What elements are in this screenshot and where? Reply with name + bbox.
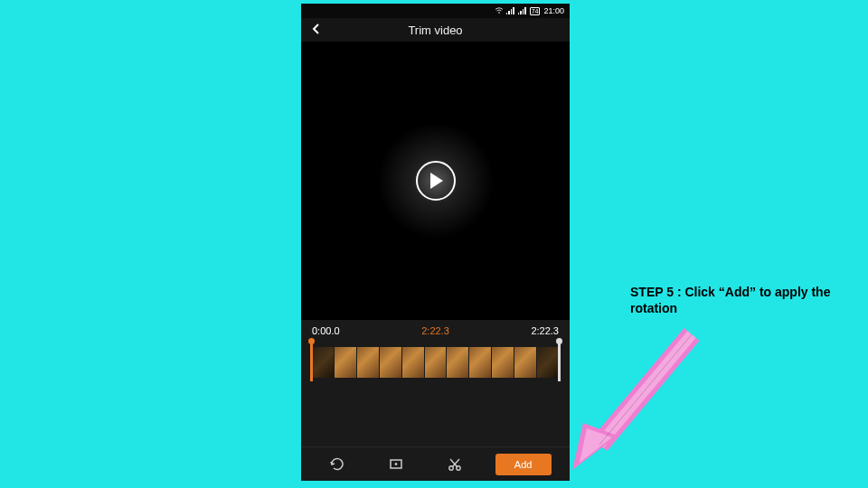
battery-icon: 74	[530, 7, 541, 15]
rotate-icon	[328, 455, 346, 474]
status-clock: 21:00	[543, 6, 564, 15]
trim-handle-end[interactable]	[558, 343, 561, 381]
timeline-thumb	[425, 347, 447, 378]
svg-marker-8	[580, 428, 612, 463]
wifi-icon	[495, 7, 504, 14]
timeline-thumb	[357, 347, 379, 378]
timeline-thumb	[492, 347, 514, 378]
signal-icon-2	[518, 7, 527, 14]
timeline[interactable]	[301, 342, 570, 399]
timeline-thumb	[537, 347, 559, 378]
time-start: 0:00.0	[312, 325, 340, 336]
signal-icon	[506, 7, 515, 14]
svg-line-5	[599, 334, 692, 445]
bottom-toolbar: Add	[301, 446, 570, 481]
time-end: 2:22.3	[531, 325, 559, 336]
timeline-thumb	[312, 347, 334, 378]
scissors-icon	[446, 455, 464, 474]
time-current: 2:22.3	[421, 325, 449, 336]
timeline-thumb	[335, 347, 356, 378]
add-button-label: Add	[514, 459, 533, 470]
back-button[interactable]	[310, 21, 323, 40]
app-header: Trim video	[301, 18, 570, 42]
instruction-text: STEP 5 : Click “Add” to apply the rotati…	[630, 284, 856, 316]
play-button[interactable]	[416, 161, 456, 201]
spacer	[301, 399, 570, 446]
status-bar: 74 21:00	[301, 4, 570, 18]
svg-point-2	[395, 463, 397, 465]
svg-line-9	[599, 334, 692, 445]
play-icon	[430, 173, 443, 189]
timeline-thumb	[447, 347, 468, 378]
trim-handle-start[interactable]	[310, 343, 313, 381]
status-icons: 74	[495, 7, 541, 15]
timeline-thumb	[402, 347, 424, 378]
crop-icon	[387, 455, 405, 474]
svg-marker-7	[572, 423, 618, 470]
time-row: 0:00.0 2:22.3 2:22.3	[301, 320, 570, 342]
svg-line-6	[599, 334, 692, 445]
timeline-track[interactable]	[312, 347, 559, 378]
crop-button[interactable]	[378, 452, 414, 477]
cut-button[interactable]	[437, 452, 473, 477]
timeline-thumb	[514, 347, 536, 378]
arrow-annotation	[565, 325, 710, 479]
add-button[interactable]: Add	[495, 454, 552, 475]
chevron-left-icon	[310, 23, 323, 35]
timeline-thumb	[469, 347, 491, 378]
page-title: Trim video	[408, 23, 462, 37]
svg-point-0	[498, 12, 500, 14]
timeline-thumb	[380, 347, 401, 378]
phone-frame: 74 21:00 Trim video 0:00.0 2:22.3 2:22.3	[301, 4, 570, 481]
rotate-button[interactable]	[319, 452, 355, 477]
video-preview[interactable]	[301, 42, 570, 320]
